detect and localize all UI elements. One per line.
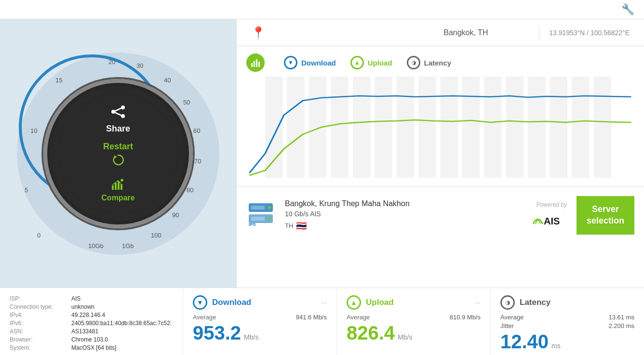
svg-text:IPS: IPS xyxy=(249,222,256,227)
svg-rect-16 xyxy=(265,77,282,178)
legend-upload: ▲ Upload xyxy=(350,56,392,69)
upload-dots[interactable]: ··· xyxy=(475,299,481,306)
isp-value-2: 49.228.146.4 xyxy=(71,312,105,318)
location-coordinates: 13.91953°N / 100.56822°E xyxy=(549,29,630,37)
svg-rect-29 xyxy=(550,77,567,178)
gauge-outer-ring: 20 30 40 50 60 70 80 90 100 1Gb 10Gb 15 … xyxy=(17,53,219,255)
gauge-num-100: 100 xyxy=(151,232,161,239)
latency-jitter-row: Jitter 2.200 ms xyxy=(500,322,634,329)
svg-rect-30 xyxy=(572,77,589,178)
isp-label-5: Browser: xyxy=(10,336,67,343)
latency-legend-icon: ◑ xyxy=(407,56,420,69)
download-stat-header: ▼ Download ··· xyxy=(193,295,327,310)
latency-stat-title: Latency xyxy=(520,298,550,307)
gauge-inner: Share Restart xyxy=(43,79,193,228)
download-legend-label: Download xyxy=(301,59,336,67)
svg-point-34 xyxy=(268,206,271,209)
latency-stat-header: ◑ Latency xyxy=(500,295,634,310)
share-label[interactable]: Share xyxy=(106,124,130,134)
upload-main-row: 826.4 Mb/s xyxy=(347,323,481,342)
latency-avg-row: Average 13.61 ms xyxy=(500,314,634,321)
svg-line-5 xyxy=(113,112,123,116)
chart-legend: ▼ Download ▲ Upload ◑ Latency xyxy=(246,53,634,72)
latency-jitter-label: Jitter xyxy=(500,322,514,329)
svg-rect-7 xyxy=(112,185,114,190)
powered-by-section: Powered by AIS xyxy=(528,201,567,229)
gauge-num-80: 80 xyxy=(187,186,193,194)
legend-latency: ◑ Latency xyxy=(407,56,452,69)
svg-rect-31 xyxy=(594,77,611,178)
svg-line-4 xyxy=(113,107,123,112)
isp-label-1: Connection type: xyxy=(10,303,67,310)
latency-avg-label: Average xyxy=(500,314,523,321)
svg-rect-15 xyxy=(258,62,260,67)
svg-rect-36 xyxy=(251,206,265,210)
chart-type-icon[interactable] xyxy=(246,53,265,72)
isp-value-5: Chrome 103.0 xyxy=(71,336,108,343)
powered-by-label: Powered by xyxy=(537,201,567,208)
upload-unit: Mb/s xyxy=(398,333,412,341)
server-selection-button[interactable]: Serverselection xyxy=(577,196,634,235)
svg-rect-28 xyxy=(528,77,545,178)
ais-logo: AIS xyxy=(528,212,567,229)
svg-rect-24 xyxy=(441,77,458,178)
restart-label[interactable]: Restart xyxy=(103,142,133,152)
svg-rect-10 xyxy=(121,184,122,190)
server-details: Bangkok, Krung Thep Maha Nakhon 10 Gb/s … xyxy=(285,199,528,231)
download-avg-label: Average xyxy=(193,314,216,321)
server-icon: IPS xyxy=(246,201,275,229)
isp-label-2: IPv4: xyxy=(10,312,67,318)
svg-rect-25 xyxy=(462,77,480,178)
upload-stat-title: Upload xyxy=(366,298,394,307)
upload-avg-val: 810.9 Mb/s xyxy=(450,314,481,321)
isp-row-0: ISP: AIS xyxy=(10,295,173,302)
svg-rect-13 xyxy=(254,61,255,67)
gauge-panel: 20 30 40 50 60 70 80 90 100 1Gb 10Gb 15 … xyxy=(0,19,236,288)
isp-label-0: ISP: xyxy=(10,295,67,302)
isp-info: ISP: AIS Connection type: unknown IPv4: … xyxy=(0,288,183,355)
compare-icon[interactable] xyxy=(111,179,125,194)
svg-rect-20 xyxy=(353,77,370,178)
svg-rect-14 xyxy=(256,59,257,67)
legend-download: ▼ Download xyxy=(284,56,336,69)
upload-avg-row: Average 810.9 Mb/s xyxy=(347,314,481,321)
location-bar: 📍 Bangkok, TH 13.91953°N / 100.56822°E xyxy=(237,19,644,46)
separator xyxy=(539,26,539,40)
download-stat: ▼ Download ··· Average 941.6 Mb/s 953.2 … xyxy=(183,288,337,355)
latency-stat-icon: ◑ xyxy=(500,295,515,310)
server-country: TH 🇹🇭 xyxy=(285,221,528,231)
svg-rect-17 xyxy=(287,77,304,178)
compare-label[interactable]: Compare xyxy=(101,194,134,202)
svg-rect-37 xyxy=(251,217,265,221)
latency-legend-label: Latency xyxy=(424,59,452,67)
restart-icon[interactable] xyxy=(112,154,124,169)
server-speed: 10 Gb/s AIS xyxy=(285,210,528,218)
country-code: TH xyxy=(285,222,293,229)
location-city: Bangkok, TH xyxy=(402,28,530,37)
isp-row-6: System: MacOSX [64 bits] xyxy=(10,344,173,351)
server-name: Bangkok, Krung Thep Maha Nakhon xyxy=(285,199,528,208)
isp-row-2: IPv4: 49.228.146.4 xyxy=(10,312,173,318)
download-legend-icon: ▼ xyxy=(284,56,297,69)
svg-point-35 xyxy=(268,217,271,220)
upload-avg-label: Average xyxy=(347,314,370,321)
gauge-num-90: 90 xyxy=(172,211,179,219)
download-main-value: 953.2 xyxy=(193,323,241,342)
download-avg-row: Average 941.6 Mb/s xyxy=(193,314,327,321)
gauge-num-0: 0 xyxy=(37,232,40,239)
settings-icon[interactable]: 🔧 xyxy=(621,3,634,16)
isp-row-3: IPv6: 2405:9800:ba11:40db:8c38:65ac:7c52… xyxy=(10,320,173,327)
latency-main-value: 12.40 xyxy=(500,332,549,351)
gauge-num-1gb: 1Gb xyxy=(122,242,134,250)
chart-svg-container xyxy=(246,77,634,183)
download-dots[interactable]: ··· xyxy=(321,299,327,306)
bottom-bar: ISP: AIS Connection type: unknown IPv4: … xyxy=(0,288,644,355)
top-bar: 🔧 xyxy=(0,0,644,19)
download-avg-val: 941.6 Mb/s xyxy=(296,314,327,321)
location-pin-icon: 📍 xyxy=(251,26,266,39)
download-main-row: 953.2 Mb/s xyxy=(193,323,327,342)
isp-value-4: AS133481 xyxy=(71,328,98,335)
isp-label-3: IPv6: xyxy=(10,320,67,327)
upload-stat-icon: ▲ xyxy=(347,295,361,310)
isp-value-6: MacOSX [64 bits] xyxy=(71,344,116,351)
